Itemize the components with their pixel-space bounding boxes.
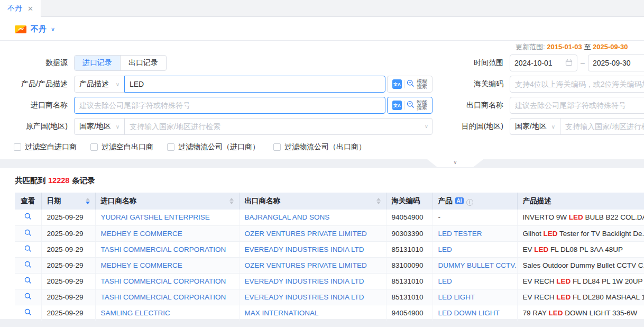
col-importer[interactable]: 进口商名称: [95, 193, 239, 210]
exporter-link[interactable]: MAX INTERNATIONAL: [245, 309, 319, 317]
product-link[interactable]: LED: [438, 246, 452, 253]
product-label: 产品/产品描述: [0, 79, 74, 89]
checkbox-icon[interactable]: [90, 143, 98, 151]
title-row: 不丹 ∨: [0, 17, 644, 41]
origin-country-select[interactable]: 国家/地区 ∨: [74, 118, 125, 135]
exporter-link[interactable]: EVEREADY INDUSTRIES INDIA LTD: [245, 293, 364, 301]
importer-link[interactable]: MEDHEY E COMMERCE: [101, 230, 182, 238]
product-type-select[interactable]: 产品描述 ∨: [74, 76, 125, 93]
info-icon[interactable]: i: [466, 199, 473, 206]
view-record-button[interactable]: [24, 261, 32, 268]
search-form: 更新范围: 2015-01-03 至 2025-09-30 数据源 进口记录 出…: [0, 41, 644, 159]
cell-description: Sales Outdoor Dummy Bullet CCTV C...: [517, 257, 644, 273]
cell-description: Gilhot LED Tester for TV Backlight De...: [517, 225, 644, 241]
destination-country-input[interactable]: [560, 118, 644, 135]
panel-gap: ∨: [0, 159, 644, 168]
hs-code-label: 海关编码: [433, 79, 510, 89]
exporter-link[interactable]: EVEREADY INDUSTRIES INDIA LTD: [245, 246, 364, 253]
cell-hs-code: 85131010: [386, 273, 433, 289]
count-number: 12228: [48, 176, 69, 185]
view-record-button[interactable]: [24, 277, 32, 284]
importer-link[interactable]: MEDHEY E COMMERCE: [101, 261, 182, 269]
date-start-input[interactable]: 2024-10-01: [510, 54, 577, 71]
data-source-toggle: 进口记录 出口记录: [74, 55, 167, 71]
cell-description: EV LED FL DL08 PL 3AA 48UP: [517, 241, 644, 257]
ai-badge: AI: [455, 197, 464, 204]
checkbox-icon[interactable]: [14, 143, 21, 151]
hs-code-input[interactable]: [510, 76, 644, 93]
view-record-button[interactable]: [24, 245, 32, 252]
origin-country-input[interactable]: [124, 118, 433, 135]
filter-logistics-exporter[interactable]: 过滤物流公司（出口商）: [273, 142, 366, 152]
cell-date: 2025-09-29: [41, 305, 95, 321]
cell-hs-code: 85131010: [386, 241, 433, 257]
exporter-name-input[interactable]: [510, 97, 644, 114]
view-record-button[interactable]: [24, 308, 32, 316]
cell-hs-code: 85131010: [386, 289, 433, 305]
col-exporter[interactable]: 出口商名称: [239, 193, 386, 210]
smart-search-button[interactable]: 文A 智能搜索: [387, 97, 433, 114]
importer-link[interactable]: SAMLING ELECTRIC: [101, 309, 170, 317]
filter-logistics-importer[interactable]: 过滤物流公司（进口商）: [167, 142, 260, 152]
importer-link[interactable]: TASHI COMMERCIAL CORPORATION: [101, 277, 226, 285]
date-end-input[interactable]: 2025-09-30: [588, 54, 644, 71]
cell-date: 2025-09-29: [41, 210, 95, 225]
filter-blank-exporter[interactable]: 过滤空白出口商: [90, 142, 153, 152]
chevron-down-icon: ∨: [551, 124, 555, 130]
tab-bhutan[interactable]: 不丹 ✕: [0, 0, 41, 17]
exporter-link[interactable]: OZER VENTURES PRIVATE LIMITED: [245, 261, 367, 269]
product-link[interactable]: LED DOWN LIGHT: [438, 309, 500, 317]
view-record-button[interactable]: [24, 293, 32, 300]
results-count: 共匹配到12228条记录: [0, 176, 644, 186]
calendar-icon: [565, 59, 573, 68]
importer-name-input[interactable]: [74, 97, 385, 114]
importer-link[interactable]: TASHI COMMERCIAL CORPORATION: [101, 293, 226, 301]
chevron-down-icon: ∨: [116, 124, 119, 130]
product-link[interactable]: LED LIGHT: [438, 293, 475, 301]
exporter-link[interactable]: OZER VENTURES PRIVATE LIMITED: [245, 230, 367, 238]
product-link[interactable]: LED: [438, 277, 452, 285]
export-records-tab[interactable]: 出口记录: [120, 56, 166, 70]
view-record-button[interactable]: [24, 213, 32, 220]
results-panel: 共匹配到12228条记录 查看 日期 进口商名称 出口商名称: [0, 168, 644, 319]
table-row: 2025-09-29 TASHI COMMERCIAL CORPORATION …: [15, 273, 644, 289]
fuzzy-search-button[interactable]: 文A 模糊搜索: [387, 76, 433, 93]
filter-blank-importer[interactable]: 过滤空白进口商: [14, 142, 77, 152]
product-link[interactable]: -: [438, 213, 441, 221]
table-row: 2025-09-29 MEDHEY E COMMERCE OZER VENTUR…: [15, 225, 644, 241]
search-magnifier-icon: [407, 79, 415, 89]
product-link[interactable]: LED TESTER: [438, 230, 482, 238]
chevron-down-icon: ∨: [116, 81, 119, 87]
search-magnifier-icon: [407, 101, 415, 110]
importer-link[interactable]: YUDRAI GATSHEL ENTERPRISE: [101, 213, 210, 221]
cell-date: 2025-09-29: [41, 289, 95, 305]
product-link[interactable]: DUMMY BULLET CCTV...: [438, 261, 518, 269]
results-table: 查看 日期 进口商名称 出口商名称 海关编码: [15, 193, 644, 321]
chevron-down-icon[interactable]: ∨: [51, 26, 55, 33]
search-panel: 不丹 ∨ 更新范围: 2015-01-03 至 2025-09-30 数据源 进…: [0, 17, 644, 159]
col-description: 产品描述: [517, 193, 644, 210]
product-search-input[interactable]: [124, 76, 385, 93]
tab-close-icon[interactable]: ✕: [27, 5, 33, 13]
cell-description: EV RECH LED FL DL84 PL 1W 20UP: [517, 273, 644, 289]
translate-icon: 文A: [392, 79, 402, 89]
fuzzy-search-label: 模糊搜索: [417, 79, 427, 89]
checkbox-icon[interactable]: [273, 143, 281, 151]
exporter-link[interactable]: EVEREADY INDUSTRIES INDIA LTD: [245, 277, 364, 285]
sort-icons: [376, 198, 381, 204]
importer-link[interactable]: TASHI COMMERCIAL CORPORATION: [101, 246, 226, 253]
table-row: 2025-09-29 YUDRAI GATSHEL ENTERPRISE BAJ…: [15, 210, 644, 225]
view-record-button[interactable]: [24, 229, 32, 237]
cell-description: INVERTO 9W LED BULB B22 COL.DA ...: [517, 210, 644, 225]
tab-bar: 不丹 ✕: [0, 0, 644, 17]
col-date[interactable]: 日期: [41, 193, 95, 210]
table-header-row: 查看 日期 进口商名称 出口商名称 海关编码: [15, 193, 644, 210]
collapse-form-button[interactable]: ∨: [427, 159, 483, 167]
exporter-link[interactable]: BAJRANGLAL AND SONS: [245, 213, 330, 221]
import-records-tab[interactable]: 进口记录: [75, 56, 120, 70]
destination-country-select[interactable]: 国家/地区 ∨: [510, 118, 560, 135]
checkbox-icon[interactable]: [167, 143, 174, 151]
cell-hs-code: 83100090: [386, 257, 433, 273]
table-row: 2025-09-29 SAMLING ELECTRIC MAX INTERNAT…: [15, 305, 644, 321]
tab-label: 不丹: [7, 4, 22, 13]
